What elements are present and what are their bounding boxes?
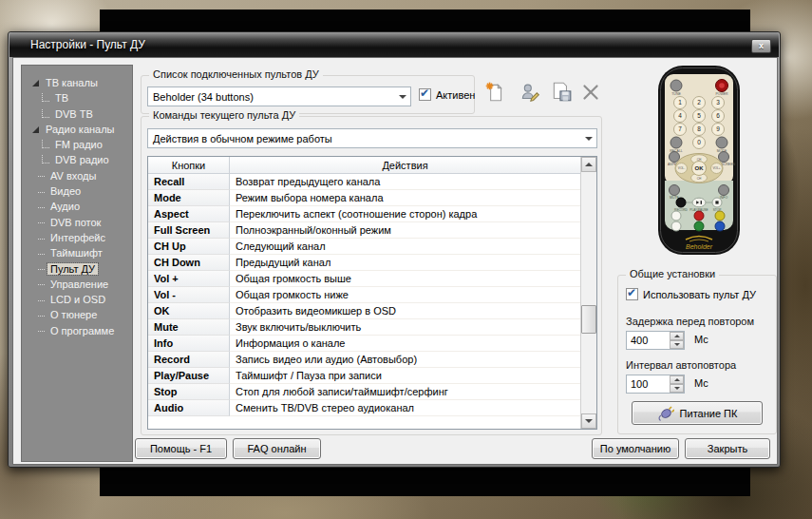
delay-label: Задержка перед повтором bbox=[626, 316, 754, 327]
svg-text:3: 3 bbox=[716, 99, 720, 106]
sidebar-item-audio[interactable]: Аудио bbox=[22, 199, 132, 214]
save-remote-button[interactable] bbox=[550, 81, 573, 104]
sidebar-item-control[interactable]: Управление bbox=[22, 277, 132, 292]
checkbox-box[interactable]: ✔ bbox=[419, 88, 431, 101]
sidebar-item-dvb-tv[interactable]: DVB ТВ bbox=[22, 106, 132, 122]
checkbox-box[interactable]: ✔ bbox=[626, 288, 638, 300]
interval-input[interactable] bbox=[627, 375, 670, 393]
table-row[interactable]: RecallВозврат предыдущего канала bbox=[148, 174, 580, 190]
sidebar-item-about-program[interactable]: О программе bbox=[22, 323, 132, 338]
svg-text:OK: OK bbox=[695, 165, 705, 171]
sidebar-item-dvb-radio[interactable]: DVB радио bbox=[22, 152, 132, 167]
dialog-client-area: ТВ каналы ТВ DVB ТВ Радио каналы FM ради… bbox=[12, 57, 778, 465]
sidebar-item-tv[interactable]: ТВ bbox=[22, 90, 132, 106]
sidebar-item-about-tuner[interactable]: О тюнере bbox=[22, 307, 132, 322]
table-row[interactable]: Play/PauseТаймшифт / Пауза при записи bbox=[148, 368, 580, 384]
defaults-button[interactable]: По умолчанию bbox=[592, 438, 679, 459]
triangle-up-icon bbox=[674, 378, 680, 381]
close-button[interactable]: x bbox=[751, 39, 771, 53]
active-checkbox[interactable]: ✔ Активен bbox=[419, 88, 475, 101]
spin-up-button[interactable] bbox=[670, 375, 684, 384]
remotes-group-label: Список подключенных пультов ДУ bbox=[149, 68, 323, 80]
svg-text:POWER: POWER bbox=[715, 92, 728, 96]
mode-select-value: Действия в обычном режиме работы bbox=[153, 133, 581, 144]
expand-icon[interactable] bbox=[32, 80, 39, 86]
spin-up-button[interactable] bbox=[670, 332, 684, 340]
use-remote-checkbox[interactable]: ✔ Использовать пульт ДУ bbox=[626, 288, 756, 300]
table-row[interactable]: StopСтоп для любой записи/таймшифт/серфи… bbox=[148, 384, 580, 400]
commands-table: Кнопки Действия RecallВозврат предыдущег… bbox=[147, 156, 597, 430]
scroll-down-button[interactable] bbox=[581, 413, 596, 429]
table-row[interactable]: Full ScreenПолноэкранный/оконный режим bbox=[148, 222, 580, 239]
commands-groupbox: Команды текущего пульта ДУ Действия в об… bbox=[141, 116, 602, 435]
settings-tree: ТВ каналы ТВ DVB ТВ Радио каналы FM ради… bbox=[21, 65, 133, 462]
svg-text:8: 8 bbox=[697, 125, 701, 132]
column-header-actions[interactable]: Действия bbox=[230, 157, 580, 173]
pc-power-button-label: Питание ПК bbox=[680, 408, 738, 419]
svg-text:6: 6 bbox=[716, 112, 720, 119]
new-remote-button[interactable] bbox=[483, 81, 506, 104]
titlebar[interactable]: Настройки - Пульт ДУ x bbox=[9, 32, 779, 57]
scroll-up-button[interactable] bbox=[581, 157, 596, 172]
table-row[interactable]: AudioСменить ТВ/DVB стерео аудиоканал bbox=[148, 400, 580, 416]
scrollbar-thumb[interactable] bbox=[581, 305, 596, 334]
help-button[interactable]: Помощь - F1 bbox=[135, 438, 227, 459]
pc-power-button[interactable]: Питание ПК bbox=[632, 401, 763, 425]
table-row[interactable]: Vol -Общая громкость ниже bbox=[148, 287, 580, 303]
triangle-down-icon bbox=[585, 419, 593, 423]
svg-text:7: 7 bbox=[678, 125, 682, 132]
edit-remote-button[interactable] bbox=[519, 81, 541, 104]
sidebar-item-dvb-stream[interactable]: DVB поток bbox=[22, 215, 132, 230]
delay-input[interactable] bbox=[627, 332, 670, 349]
close-dialog-button[interactable]: Закрыть bbox=[685, 438, 770, 459]
delay-unit-label: Мс bbox=[694, 334, 708, 345]
remote-select[interactable]: Beholder (34 buttons) bbox=[147, 86, 411, 106]
spin-down-button[interactable] bbox=[670, 340, 684, 349]
svg-text:VOL-: VOL- bbox=[678, 166, 685, 170]
commands-table-content: Кнопки Действия RecallВозврат предыдущег… bbox=[148, 157, 580, 429]
column-header-buttons[interactable]: Кнопки bbox=[148, 157, 230, 173]
close-icon: x bbox=[759, 41, 764, 50]
svg-text:5: 5 bbox=[697, 112, 701, 119]
sidebar-item-timeshift[interactable]: Таймшифт bbox=[22, 245, 132, 260]
table-row[interactable]: OKОтобразить видеомикшер в OSD bbox=[148, 303, 580, 319]
remote-control-image: TUNE POWER 123 456 789 0 REC bbox=[655, 65, 743, 256]
faq-button[interactable]: FAQ онлайн bbox=[233, 438, 321, 459]
sidebar-item-av-inputs[interactable]: AV входы bbox=[22, 168, 132, 183]
sidebar-item-lcd-osd[interactable]: LCD и OSD bbox=[22, 292, 132, 307]
table-header: Кнопки Действия bbox=[148, 157, 580, 174]
spin-down-button[interactable] bbox=[670, 384, 684, 393]
save-icon bbox=[550, 81, 573, 104]
interval-label: Интервал автоповтора bbox=[626, 359, 736, 371]
table-scrollbar[interactable] bbox=[580, 157, 596, 429]
triangle-down-icon bbox=[674, 343, 680, 346]
power-plug-icon bbox=[657, 405, 674, 422]
delay-spinner[interactable] bbox=[626, 331, 685, 350]
table-row[interactable]: AspectПереключить аспект (соотношение ст… bbox=[148, 206, 580, 222]
table-row[interactable]: RecordЗапись видео или аудио (Автовыбор) bbox=[148, 352, 580, 368]
table-row[interactable]: InfoИнформация о канале bbox=[148, 336, 580, 352]
sidebar-item-video[interactable]: Видео bbox=[22, 183, 132, 199]
sidebar-item-radio-channels[interactable]: Радио каналы bbox=[22, 122, 132, 137]
interval-spinner[interactable] bbox=[626, 375, 685, 394]
table-row[interactable]: MuteЗвук включить/выключить bbox=[148, 319, 580, 336]
mode-select[interactable]: Действия в обычном режиме работы bbox=[147, 128, 597, 148]
svg-text:9: 9 bbox=[716, 125, 720, 132]
svg-text:VOL+: VOL+ bbox=[712, 166, 720, 170]
sidebar-item-interface[interactable]: Интерфейс bbox=[22, 230, 132, 245]
table-row[interactable]: Vol +Общая громкость выше bbox=[148, 271, 580, 287]
delete-remote-button[interactable] bbox=[579, 81, 602, 104]
svg-text:TUNE: TUNE bbox=[671, 92, 681, 96]
interval-unit-label: Мс bbox=[694, 377, 708, 389]
table-row[interactable]: CH UpСледующий канал bbox=[148, 239, 580, 255]
delete-x-icon bbox=[579, 81, 602, 104]
expand-icon[interactable] bbox=[32, 126, 39, 133]
table-row[interactable]: ModeРежим выбора номера канала bbox=[148, 190, 580, 206]
general-group-label: Общие установки bbox=[626, 268, 719, 279]
table-row[interactable]: CH DownПредыдущий канал bbox=[148, 255, 580, 271]
sidebar-item-tv-channels[interactable]: ТВ каналы bbox=[22, 75, 132, 90]
sidebar-item-remote-control[interactable]: Пульт ДУ bbox=[22, 261, 132, 277]
svg-text:1: 1 bbox=[678, 99, 682, 106]
sidebar-item-fm-radio[interactable]: FM радио bbox=[22, 137, 132, 152]
remotes-groupbox: Список подключенных пультов ДУ Beholder … bbox=[141, 75, 475, 114]
